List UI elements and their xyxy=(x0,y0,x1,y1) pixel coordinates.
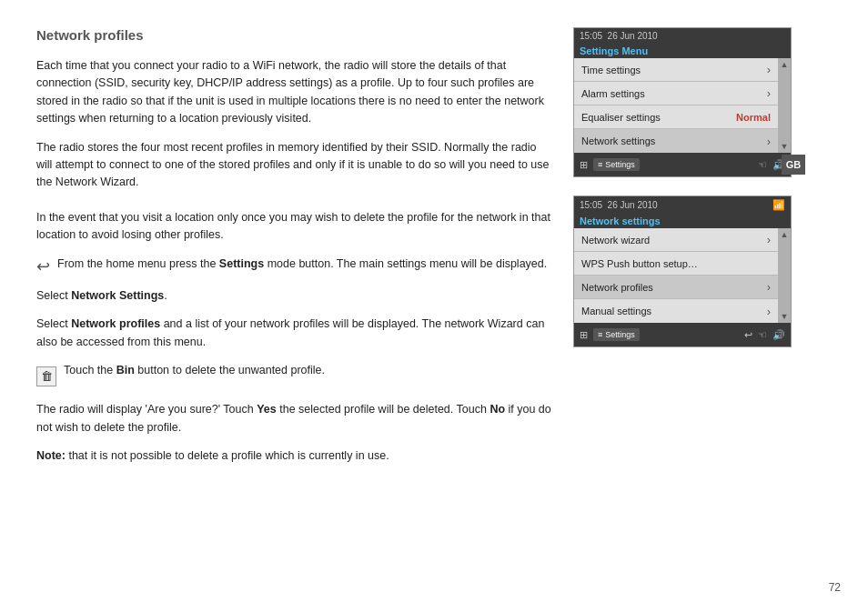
para2b-text: In the event that you visit a location o… xyxy=(36,211,550,241)
page-title: Network profiles xyxy=(36,27,555,43)
select-network-profiles: Select Network profiles and a list of yo… xyxy=(36,316,555,351)
para2-text: The radio stores the four most recent pr… xyxy=(36,141,550,189)
screen1-settings-label: Settings xyxy=(605,160,635,169)
bin-instruction: 🗑 Touch the Bin button to delete the unw… xyxy=(36,362,555,390)
screen2-settings-label: Settings xyxy=(605,330,635,339)
screen2-hand-icon: ☜ xyxy=(758,329,767,341)
screen2-settings-btn[interactable]: ≡ Settings xyxy=(593,328,640,341)
screen1-value-2: Normal xyxy=(736,112,771,123)
screen2-label-1: WPS Push button setup… xyxy=(581,258,698,269)
screen1-item-1[interactable]: Alarm settings › xyxy=(574,82,778,105)
screen1-item-3[interactable]: Network settings › xyxy=(574,129,778,153)
screen1-header: 15:05 26 Jun 2010 xyxy=(574,28,791,44)
device-screen-2: 15:05 26 Jun 2010 📶 Network settings Net… xyxy=(573,196,792,347)
bin-text: Touch the Bin button to delete the unwan… xyxy=(64,362,325,379)
screen2-item-3[interactable]: Manual settings › xyxy=(574,299,778,323)
screen1-menu-icon: ≡ xyxy=(598,160,602,169)
screen1-item-0[interactable]: Time settings › xyxy=(574,58,778,82)
screen2-arrow-0: › xyxy=(767,233,771,246)
screen1-grid-icon: ⊞ xyxy=(580,159,588,171)
note-text: From the home menu press the Settings mo… xyxy=(57,256,547,273)
gb-badge: GB xyxy=(782,155,805,175)
scrollbar2-up[interactable]: ▲ xyxy=(781,230,789,239)
screen1-title: Settings Menu xyxy=(574,44,791,58)
screen1-body: Time settings › Alarm settings › Equalis… xyxy=(574,58,791,153)
screen1-settings-btn[interactable]: ≡ Settings xyxy=(593,158,640,171)
screen1-arrow-0: › xyxy=(767,63,771,76)
screen2-footer: ⊞ ≡ Settings ↩ ☜ 🔊 xyxy=(574,323,791,346)
screen2-item-1[interactable]: WPS Push button setup… xyxy=(574,252,778,276)
scrollbar1-up[interactable]: ▲ xyxy=(781,60,789,69)
screen2-label-0: Network wizard xyxy=(581,235,650,246)
note-bottom: Note: that it is not possible to delete … xyxy=(36,447,555,465)
screen1-label-2: Equaliser settings xyxy=(581,112,661,123)
screen2-header: 15:05 26 Jun 2010 📶 xyxy=(574,196,791,214)
bin-icon: 🗑 xyxy=(36,366,56,386)
scrollbar1-down[interactable]: ▼ xyxy=(781,142,789,151)
screen1-label-1: Alarm settings xyxy=(581,88,645,99)
select-network-settings: Select Network Settings. xyxy=(36,287,555,305)
wifi-icon: 📶 xyxy=(772,199,785,211)
screen2-title: Network settings xyxy=(574,214,791,228)
screen2-arrow-3: › xyxy=(767,305,771,318)
screen2-label-2: Network profiles xyxy=(581,282,653,293)
screen2-arrow-2: › xyxy=(767,280,771,294)
screen1-item-2[interactable]: Equaliser settings Normal xyxy=(574,105,778,129)
screen2-back-icon: ↩ xyxy=(744,329,752,341)
screen2-list: Network wizard › WPS Push button setup… … xyxy=(574,228,778,323)
yes-no-para: The radio will display 'Are you sure?' T… xyxy=(36,401,555,436)
screen1-arrow-3: › xyxy=(767,135,771,148)
screen2-scrollbar[interactable]: ▲ ▼ xyxy=(778,228,791,323)
screen1-scrollbar[interactable]: ▲ ▼ xyxy=(778,58,791,153)
screen2-body: Network wizard › WPS Push button setup… … xyxy=(574,228,791,323)
screen2-time: 15:05 26 Jun 2010 xyxy=(580,200,658,210)
screen2-label-3: Manual settings xyxy=(581,306,651,316)
screen1-label-3: Network settings xyxy=(581,135,655,146)
page-number: 72 xyxy=(829,581,841,594)
note-arrow-icon: ↩ xyxy=(36,256,50,276)
screen2-item-2[interactable]: Network profiles › xyxy=(574,276,778,299)
screen1-arrow-1: › xyxy=(767,86,771,100)
scrollbar2-down[interactable]: ▼ xyxy=(781,312,789,321)
paragraph-1: Each time that you connect your radio to… xyxy=(36,57,555,128)
screen2-menu-icon: ≡ xyxy=(598,330,602,339)
device-screen-1: 15:05 26 Jun 2010 Settings Menu Time set… xyxy=(573,27,792,177)
screen1-time: 15:05 26 Jun 2010 xyxy=(580,31,658,41)
paragraph-2: The radio stores the four most recent pr… xyxy=(36,139,555,245)
settings-note: ↩ From the home menu press the Settings … xyxy=(36,256,555,276)
screen2-volume-icon: 🔊 xyxy=(772,329,785,341)
screen1-label-0: Time settings xyxy=(581,65,641,75)
screen1-list: Time settings › Alarm settings › Equalis… xyxy=(574,58,778,153)
screen2-item-0[interactable]: Network wizard › xyxy=(574,228,778,252)
screen2-grid-icon: ⊞ xyxy=(580,329,588,341)
right-panel: GB 15:05 26 Jun 2010 Settings Menu Time … xyxy=(573,27,805,585)
screen1-footer: ⊞ ≡ Settings ☜ 🔊 xyxy=(574,153,791,176)
main-content: Network profiles Each time that you conn… xyxy=(36,27,573,585)
screen1-hand-icon: ☜ xyxy=(758,159,767,171)
